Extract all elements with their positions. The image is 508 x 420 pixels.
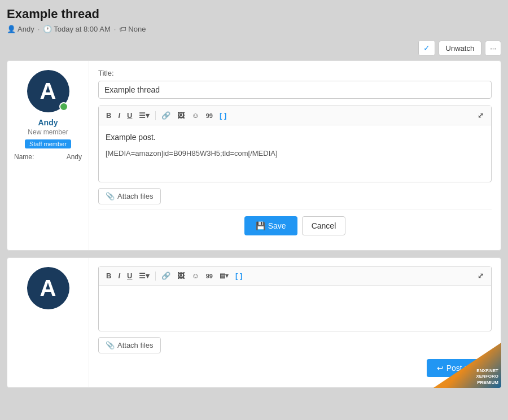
thread-meta: 👤 Andy · 🕐 Today at 8:00 AM · 🏷 None bbox=[7, 25, 501, 33]
editor-body[interactable]: Example post. [MEDIA=amazon]id=B09H85W3H… bbox=[99, 125, 491, 182]
tag-icon: 🏷 bbox=[119, 25, 126, 33]
reply-media-button[interactable]: ▤▾ bbox=[217, 270, 231, 281]
top-toolbar: ✓ Unwatch ··· bbox=[7, 40, 501, 56]
quote-button[interactable]: 99 bbox=[203, 111, 216, 121]
post-line1: Example post. bbox=[106, 131, 484, 143]
toolbar-sep-1 bbox=[155, 111, 156, 120]
reply-italic-button[interactable]: I bbox=[115, 270, 123, 282]
name-label: Name: bbox=[14, 153, 34, 161]
reply-avatar: A bbox=[27, 267, 69, 309]
user-icon: 👤 bbox=[7, 25, 16, 33]
reply-paperclip-icon: 📎 bbox=[106, 341, 115, 349]
meta-author: 👤 Andy bbox=[7, 25, 34, 33]
reply-quote-button[interactable]: 99 bbox=[203, 271, 216, 281]
link-button[interactable]: 🔗 bbox=[159, 110, 173, 121]
image-button[interactable]: 🖼 bbox=[174, 110, 187, 121]
post-actions: 💾 Save Cancel bbox=[98, 209, 492, 242]
italic-button[interactable]: I bbox=[115, 110, 123, 121]
avatar: A bbox=[27, 70, 69, 112]
online-badge bbox=[59, 102, 68, 111]
reply-link-button[interactable]: 🔗 bbox=[159, 270, 173, 282]
bracket-button[interactable]: [ ] bbox=[217, 110, 229, 121]
reply-editor-container: B I U ☰▾ 🔗 🖼 ☺ 99 ▤▾ [ ] ⤢ bbox=[98, 266, 492, 331]
post-line2: [MEDIA=amazon]id=B09H85W3H5;tld=com[/MED… bbox=[106, 148, 484, 160]
staff-badge: Staff member bbox=[25, 139, 71, 148]
meta-time: 🕐 Today at 8:00 AM bbox=[43, 25, 110, 33]
more-button[interactable]: ··· bbox=[485, 41, 501, 56]
thread-title: Example thread bbox=[7, 7, 501, 21]
title-label: Title: bbox=[98, 69, 492, 77]
reply-bracket-button[interactable]: [ ] bbox=[233, 270, 245, 282]
reply-card-wrapper: A B I U ☰▾ 🔗 🖼 ☺ 99 bbox=[7, 257, 501, 388]
user-role: New member bbox=[28, 128, 68, 136]
editor-container: B I U ☰▾ 🔗 🖼 ☺ 99 [ ] ⤢ Example post. bbox=[98, 106, 492, 182]
save-button[interactable]: 💾 Save bbox=[244, 216, 297, 235]
reply-editor-body[interactable] bbox=[99, 286, 491, 331]
emoji-button[interactable]: ☺ bbox=[189, 110, 202, 121]
reply-emoji-button[interactable]: ☺ bbox=[189, 270, 202, 282]
unwatch-button[interactable]: Unwatch bbox=[439, 41, 482, 56]
cancel-button[interactable]: Cancel bbox=[302, 216, 346, 235]
reply-underline-button[interactable]: U bbox=[124, 270, 135, 282]
attach-files-button[interactable]: 📎 Attach files bbox=[98, 188, 161, 204]
reply-image-button[interactable]: 🖼 bbox=[174, 270, 187, 282]
reply-attach-files-button[interactable]: 📎 Attach files bbox=[98, 337, 161, 353]
user-name[interactable]: Andy bbox=[38, 118, 58, 127]
list-button[interactable]: ☰▾ bbox=[136, 110, 152, 121]
user-name-row: Name: Andy bbox=[14, 153, 82, 161]
bold-button[interactable]: B bbox=[103, 110, 114, 121]
check-button[interactable]: ✓ bbox=[418, 40, 435, 56]
reply-list-button[interactable]: ☰▾ bbox=[136, 270, 152, 282]
watermark-text: ENXF.NETXENFOROPREMIUM bbox=[473, 366, 501, 388]
paperclip-icon: 📎 bbox=[106, 192, 115, 200]
reply-toolbar-right: ⤢ bbox=[475, 270, 487, 282]
editor-toolbar: B I U ☰▾ 🔗 🖼 ☺ 99 [ ] ⤢ bbox=[99, 106, 491, 125]
reply-editor-toolbar: B I U ☰▾ 🔗 🖼 ☺ 99 ▤▾ [ ] ⤢ bbox=[99, 266, 491, 286]
underline-button[interactable]: U bbox=[124, 110, 135, 121]
save-icon: 💾 bbox=[256, 221, 265, 230]
post-content: Title: B I U ☰▾ 🔗 🖼 ☺ 99 [ ] ⤢ bbox=[89, 61, 501, 250]
post-card: A Andy New member Staff member Name: And… bbox=[7, 60, 501, 251]
reply-toolbar-sep bbox=[155, 272, 156, 281]
meta-tag: 🏷 None bbox=[119, 25, 146, 33]
clock-icon: 🕐 bbox=[43, 25, 52, 33]
reply-expand-button[interactable]: ⤢ bbox=[475, 270, 487, 282]
reply-icon: ↩ bbox=[437, 364, 444, 373]
reply-content: B I U ☰▾ 🔗 🖼 ☺ 99 ▤▾ [ ] ⤢ bbox=[89, 258, 501, 387]
reply-card: A B I U ☰▾ 🔗 🖼 ☺ 99 bbox=[7, 257, 501, 388]
expand-button[interactable]: ⤢ bbox=[475, 110, 487, 121]
title-input[interactable] bbox=[98, 81, 492, 99]
reply-sidebar: A bbox=[7, 258, 89, 387]
post-sidebar: A Andy New member Staff member Name: And… bbox=[7, 61, 89, 250]
reply-actions: ↩ Post reply bbox=[98, 353, 492, 379]
toolbar-right: ⤢ bbox=[475, 110, 487, 121]
reply-bold-button[interactable]: B bbox=[103, 270, 114, 282]
name-value: Andy bbox=[67, 153, 82, 161]
